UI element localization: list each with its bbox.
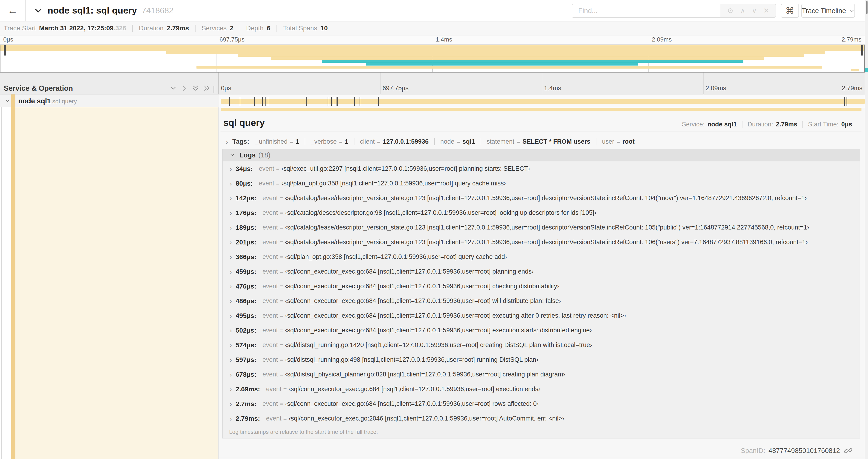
find-group: ∧ ∨ ✕: [572, 4, 776, 18]
minimap-right-handle[interactable]: [861, 45, 863, 56]
clear-icon[interactable]: ✕: [763, 7, 769, 14]
log-tick: [331, 97, 332, 106]
log-row[interactable]: ›366μs:event=‹sql/plan_opt.go:358 [nsql1…: [223, 250, 860, 264]
equals-sign: =: [280, 268, 283, 275]
find-input[interactable]: [572, 4, 720, 17]
page-title: node sql1: sql query: [48, 5, 137, 15]
log-row[interactable]: ›597μs:event=‹sql/distsql_running.go:498…: [223, 352, 860, 367]
scrollbar-thumb[interactable]: [866, 1, 868, 14]
scrollbar-teal-marker: [865, 68, 868, 72]
equals-sign: =: [280, 312, 283, 319]
tags-row[interactable]: › Tags: _unfinished=1_verbose=1client=12…: [226, 136, 635, 147]
log-tick: [336, 97, 337, 106]
tag-key: user: [602, 138, 614, 145]
equals-sign: =: [276, 165, 280, 172]
log-row[interactable]: ›678μs:event=‹sql/distsql_physical_plann…: [223, 367, 860, 382]
chevron-right-icon: ›: [229, 327, 232, 334]
log-row[interactable]: ›574μs:event=‹sql/distsql_running.go:142…: [223, 338, 860, 352]
collapse-one-icon[interactable]: [169, 85, 177, 92]
tag-item[interactable]: _unfinished=1: [255, 138, 299, 145]
collapse-all-icon[interactable]: [192, 85, 199, 92]
span-duration-bar[interactable]: [221, 99, 865, 104]
expand-all-icon[interactable]: [203, 85, 210, 92]
axis-tick-label: 2.79ms: [842, 36, 862, 43]
log-row[interactable]: ›502μs:event=‹sql/conn_executor_exec.go:…: [223, 323, 860, 338]
tag-key: statement: [487, 138, 515, 145]
crosshair-icon[interactable]: [727, 7, 734, 14]
chevron-down-icon[interactable]: [34, 6, 42, 15]
log-row[interactable]: ›495μs:event=‹sql/conn_executor_exec.go:…: [223, 308, 860, 323]
collapse-controls: [169, 85, 210, 92]
trace-meta-bar: Trace StartMarch 31 2022, 17:25:09.326Du…: [0, 22, 868, 35]
axis-tick-label: 1.4ms: [436, 36, 452, 43]
log-field-value: ‹sql/conn_executor_exec.go:684 [nsql1,cl…: [285, 312, 626, 319]
log-row[interactable]: ›486μs:event=‹sql/conn_executor_exec.go:…: [223, 294, 860, 308]
log-row[interactable]: ›34μs:event=‹sql/exec_util.go:2297 [nsql…: [223, 161, 860, 176]
chevron-right-icon: ›: [229, 400, 232, 407]
log-row[interactable]: ›201μs:event=‹sql/catalog/lease/descript…: [223, 235, 860, 250]
log-row[interactable]: ›2.69ms:event=‹sql/conn_executor_exec.go…: [223, 382, 860, 396]
log-timestamp: 502μs:: [236, 327, 256, 334]
detail-meta-value: 2.79ms: [776, 121, 797, 128]
log-row[interactable]: ›2.79ms:event=‹sql/conn_executor_exec.go…: [223, 411, 860, 426]
log-field-key: event: [262, 312, 278, 319]
meta-value: 6: [267, 25, 271, 32]
back-button[interactable]: ←: [0, 0, 26, 21]
log-field-key: event: [262, 297, 278, 305]
equals-sign: =: [457, 138, 460, 145]
tag-item[interactable]: node=sql1: [440, 138, 475, 145]
chevron-right-icon: ›: [229, 283, 232, 290]
detail-span-title: sql query: [223, 118, 265, 128]
view-selector-button[interactable]: Trace Timeline: [801, 4, 855, 18]
chevron-down-icon[interactable]: [5, 98, 11, 104]
log-timestamp: 2.79ms:: [236, 415, 260, 422]
tag-item[interactable]: client=127.0.0.1:59936: [360, 138, 429, 145]
log-row[interactable]: ›80μs:event=‹sql/plan_opt.go:358 [nsql1,…: [223, 176, 860, 191]
meta-value: 2.79ms: [167, 25, 189, 32]
minimap-span-bar: [0, 45, 864, 51]
chevron-up-icon[interactable]: ∧: [740, 7, 745, 14]
expand-one-icon[interactable]: [181, 85, 188, 92]
equals-sign: =: [339, 138, 343, 145]
log-row[interactable]: ›142μs:event=‹sql/catalog/lease/descript…: [223, 191, 860, 205]
log-row[interactable]: ›2.7ms:event=‹sql/conn_executor_exec.go:…: [223, 396, 860, 411]
log-tick: [354, 97, 355, 106]
log-field-key: event: [266, 386, 281, 393]
link-icon[interactable]: [844, 447, 852, 455]
span-row[interactable]: node sql1 sql query: [0, 94, 865, 107]
detail-left-column: [0, 107, 219, 459]
minimap-left-handle[interactable]: [4, 45, 6, 56]
meta-value: 10: [320, 25, 328, 32]
back-arrow-icon: ←: [7, 5, 18, 16]
divider: [240, 25, 240, 32]
span-row-timeline[interactable]: [219, 94, 865, 107]
log-row[interactable]: ›476μs:event=‹sql/conn_executor_exec.go:…: [223, 279, 860, 294]
logs-header[interactable]: Logs (18): [223, 149, 860, 161]
minimap-span-bar: [166, 51, 825, 54]
minimap-span-bar: [271, 57, 764, 60]
log-row[interactable]: ›189μs:event=‹sql/catalog/lease/descript…: [223, 220, 860, 235]
minimap-span-bar: [851, 69, 859, 72]
log-field-key: event: [262, 209, 278, 217]
divider: [277, 25, 277, 32]
minimap-canvas[interactable]: [0, 44, 865, 72]
span-operation-name: sql query: [52, 98, 77, 105]
equals-sign: =: [280, 209, 283, 216]
tag-item[interactable]: statement=SELECT * FROM users: [487, 138, 590, 145]
column-resize-grip[interactable]: [213, 86, 215, 93]
log-row[interactable]: ›176μs:event=‹sql/catalog/descs/descript…: [223, 205, 860, 220]
tag-item[interactable]: user=root: [602, 138, 635, 145]
keyboard-shortcuts-button[interactable]: ⌘: [781, 4, 799, 18]
equals-sign: =: [517, 138, 520, 145]
divider: [305, 138, 305, 145]
minimap-span-bar: [322, 60, 743, 63]
detail-meta-item: Service:node sql1: [682, 121, 737, 128]
axis-tick-label: 0μs: [221, 85, 231, 92]
chevron-down-icon[interactable]: ∨: [752, 7, 757, 14]
tag-item[interactable]: _verbose=1: [311, 138, 348, 145]
log-tick: [360, 97, 360, 106]
log-row[interactable]: ›459μs:event=‹sql/conn_executor_exec.go:…: [223, 264, 860, 279]
page-scrollbar[interactable]: [865, 0, 868, 459]
equals-sign: =: [280, 400, 283, 407]
service-operation-header: Service & Operation: [0, 72, 219, 94]
